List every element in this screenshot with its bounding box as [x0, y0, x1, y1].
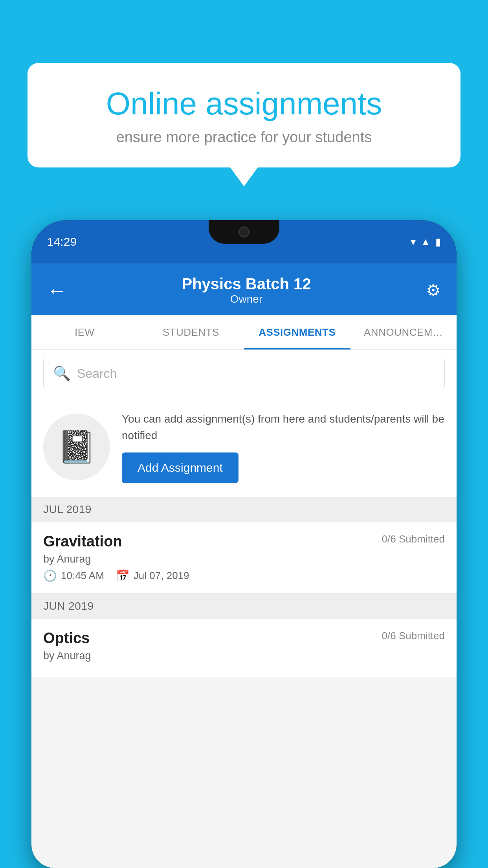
phone-frame: 14:29 ▾ ▲ ▮ ← Physics Batch 12 Owner ⚙ I…	[31, 220, 457, 868]
search-icon: 🔍	[53, 365, 71, 382]
notebook-icon: 📓	[57, 428, 96, 465]
header-subtitle: Owner	[182, 293, 311, 305]
calendar-icon: 📅	[116, 569, 130, 582]
tab-announcements[interactable]: ANNOUNCEM…	[350, 315, 457, 349]
assignment-item-gravitation[interactable]: Gravitation 0/6 Submitted by Anurag 🕐 10…	[31, 522, 457, 594]
search-box[interactable]: 🔍 Search	[43, 358, 445, 389]
search-container: 🔍 Search	[31, 350, 457, 397]
header-center: Physics Batch 12 Owner	[182, 275, 311, 305]
tabs-bar: IEW STUDENTS ASSIGNMENTS ANNOUNCEM…	[31, 315, 457, 350]
phone-notch	[209, 220, 279, 244]
assignment-time-gravitation: 10:45 AM	[61, 570, 104, 582]
tab-iew[interactable]: IEW	[31, 315, 138, 349]
assignment-item-optics[interactable]: Optics 0/6 Submitted by Anurag	[31, 619, 457, 677]
camera-icon	[238, 226, 250, 237]
assignment-date-gravitation: Jul 07, 2019	[134, 570, 189, 582]
speech-bubble-title: Online assignments	[55, 86, 433, 121]
promo-icon-circle: 📓	[43, 414, 110, 480]
tab-students[interactable]: STUDENTS	[138, 315, 244, 349]
assignment-submitted-gravitation: 0/6 Submitted	[382, 533, 445, 545]
speech-bubble-container: Online assignments ensure more practice …	[28, 63, 460, 167]
speech-bubble-subtitle: ensure more practice for your students	[55, 129, 433, 146]
section-header-jul: JUL 2019	[31, 497, 457, 522]
status-time: 14:29	[47, 235, 77, 248]
promo-description: You can add assignment(s) from here and …	[122, 411, 445, 444]
status-icons: ▾ ▲ ▮	[411, 236, 441, 248]
wifi-icon: ▾	[411, 236, 416, 248]
section-header-jun: JUN 2019	[31, 594, 457, 619]
settings-icon[interactable]: ⚙	[426, 281, 441, 300]
search-placeholder: Search	[77, 366, 117, 381]
assignment-header-row: Gravitation 0/6 Submitted	[43, 533, 445, 550]
assignment-submitted-optics: 0/6 Submitted	[382, 630, 445, 642]
assignment-author-gravitation: by Anurag	[43, 553, 445, 565]
meta-date-gravitation: 📅 Jul 07, 2019	[116, 569, 189, 582]
signal-icon: ▲	[420, 236, 431, 248]
phone-content: 🔍 Search 📓 You can add assignment(s) fro…	[31, 350, 457, 868]
assignment-meta-gravitation: 🕐 10:45 AM 📅 Jul 07, 2019	[43, 569, 445, 582]
add-assignment-button[interactable]: Add Assignment	[122, 452, 238, 483]
status-bar: 14:29 ▾ ▲ ▮	[31, 220, 457, 263]
clock-icon: 🕐	[43, 569, 57, 582]
tab-assignments[interactable]: ASSIGNMENTS	[244, 315, 350, 349]
assignment-header-row-optics: Optics 0/6 Submitted	[43, 630, 445, 647]
app-header: ← Physics Batch 12 Owner ⚙	[31, 263, 457, 315]
assignment-title-optics: Optics	[43, 630, 90, 647]
assignment-title-gravitation: Gravitation	[43, 533, 122, 550]
assignment-author-optics: by Anurag	[43, 650, 445, 662]
battery-icon: ▮	[435, 236, 441, 248]
meta-time-gravitation: 🕐 10:45 AM	[43, 569, 104, 582]
promo-text-area: You can add assignment(s) from here and …	[122, 411, 445, 483]
promo-card: 📓 You can add assignment(s) from here an…	[31, 397, 457, 497]
back-button[interactable]: ←	[47, 279, 67, 302]
header-title: Physics Batch 12	[182, 275, 311, 293]
speech-bubble: Online assignments ensure more practice …	[28, 63, 460, 167]
